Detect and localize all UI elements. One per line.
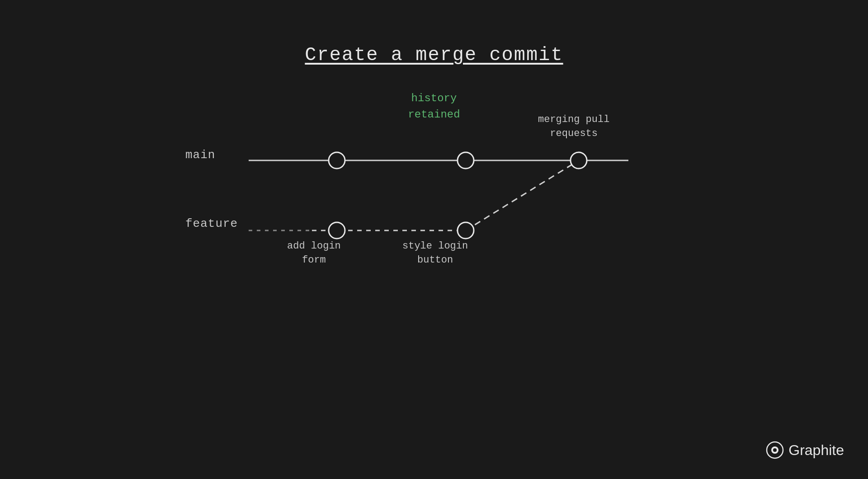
svg-line-3	[466, 160, 579, 230]
svg-point-5	[458, 152, 474, 169]
commit-label-merging-pull-requests: merging pullrequests	[538, 113, 609, 141]
svg-point-7	[329, 222, 345, 239]
page-title: Create a merge commit	[305, 44, 563, 66]
commit-label-style-login-button: style loginbutton	[402, 240, 468, 268]
branch-label-feature: feature	[185, 217, 238, 230]
diagram-container: main feature add loginform style loginbu…	[185, 90, 683, 307]
svg-point-11	[773, 448, 777, 452]
graphite-logo-icon	[766, 441, 784, 459]
branch-label-main: main	[185, 148, 215, 162]
svg-point-8	[458, 222, 474, 239]
commit-label-add-login-form: add loginform	[287, 240, 341, 268]
svg-point-4	[329, 152, 345, 169]
svg-point-6	[571, 152, 587, 169]
graphite-brand-name: Graphite	[788, 442, 844, 459]
graphite-brand: Graphite	[766, 441, 844, 459]
